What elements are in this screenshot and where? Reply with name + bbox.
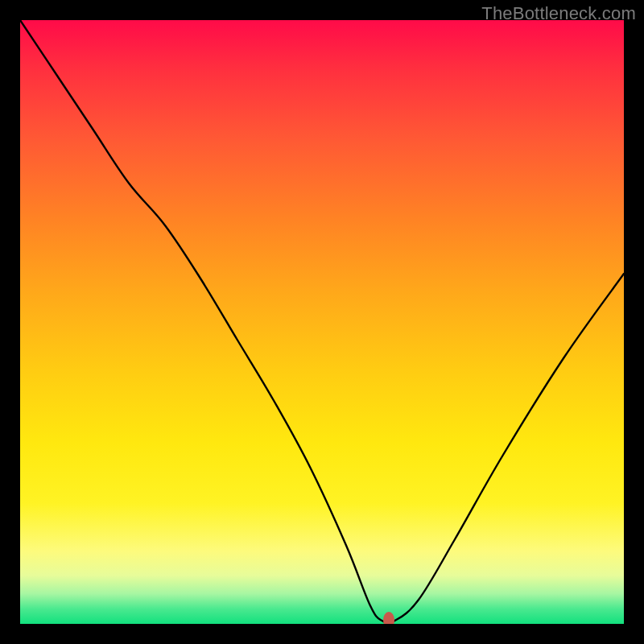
optimum-marker bbox=[383, 612, 394, 624]
bottleneck-curve-path bbox=[20, 20, 624, 623]
line-chart bbox=[20, 20, 624, 624]
chart-frame: TheBottleneck.com bbox=[0, 0, 644, 644]
plot-area bbox=[20, 20, 624, 624]
watermark-text: TheBottleneck.com bbox=[481, 3, 636, 24]
